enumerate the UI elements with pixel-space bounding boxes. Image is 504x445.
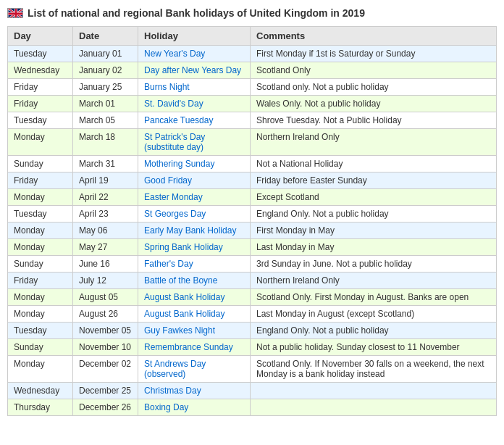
holiday-link[interactable]: Remembrance Sunday <box>144 342 233 352</box>
holiday-link[interactable]: Guy Fawkes Night <box>144 325 215 336</box>
cell-holiday[interactable]: Christmas Day <box>138 383 251 399</box>
table-row: MondayApril 22Easter MondayExcept Scotla… <box>8 189 497 206</box>
cell-holiday[interactable]: Pancake Tuesday <box>138 112 251 129</box>
cell-date: August 26 <box>73 306 138 323</box>
cell-day: Monday <box>8 129 73 156</box>
holiday-link[interactable]: Battle of the Boyne <box>144 275 217 286</box>
holiday-link[interactable]: Day after New Years Day <box>144 65 241 75</box>
cell-comments: Northern Ireland Only <box>251 273 497 289</box>
holiday-link[interactable]: August Bank Holiday <box>144 292 224 302</box>
cell-date: May 27 <box>73 239 138 256</box>
cell-comments: First Monday in May <box>251 222 497 239</box>
cell-comments <box>251 399 497 416</box>
cell-date: January 02 <box>73 62 138 79</box>
cell-comments: Scotland only. Not a public holiday <box>251 79 497 96</box>
holiday-link[interactable]: St Andrews Day (observed) <box>144 359 206 379</box>
cell-holiday[interactable]: Guy Fawkes Night <box>138 323 251 339</box>
cell-comments: Last Monday in August (except Scotland) <box>251 306 497 323</box>
cell-day: Monday <box>8 189 73 206</box>
holiday-link[interactable]: Burns Night <box>144 82 190 92</box>
cell-date: December 25 <box>73 383 138 399</box>
holiday-link[interactable]: St. David's Day <box>144 99 203 109</box>
cell-comments: Northern Ireland Only <box>251 129 497 156</box>
cell-date: April 19 <box>73 172 138 189</box>
table-row: FridayMarch 01St. David's DayWales Only.… <box>8 96 497 112</box>
holiday-link[interactable]: August Bank Holiday <box>144 309 224 319</box>
cell-day: Wednesday <box>8 62 73 79</box>
holiday-link[interactable]: Father's Day <box>144 259 193 269</box>
cell-holiday[interactable]: St Andrews Day (observed) <box>138 356 251 383</box>
cell-day: Tuesday <box>8 112 73 129</box>
cell-date: March 01 <box>73 96 138 112</box>
cell-holiday[interactable]: Mothering Sunday <box>138 156 251 172</box>
cell-holiday[interactable]: Good Friday <box>138 172 251 189</box>
cell-day: Monday <box>8 306 73 323</box>
table-row: TuesdayApril 23St Georges DayEngland Onl… <box>8 206 497 222</box>
holiday-link[interactable]: Early May Bank Holiday <box>144 225 236 236</box>
cell-day: Sunday <box>8 339 73 356</box>
cell-comments: England Only. Not a public holiday <box>251 323 497 339</box>
cell-date: August 05 <box>73 289 138 306</box>
cell-date: December 26 <box>73 399 138 416</box>
holiday-link[interactable]: St Georges Day <box>144 209 206 219</box>
holiday-link[interactable]: Pancake Tuesday <box>144 115 213 125</box>
cell-holiday[interactable]: August Bank Holiday <box>138 289 251 306</box>
cell-day: Monday <box>8 356 73 383</box>
cell-holiday[interactable]: Remembrance Sunday <box>138 339 251 356</box>
col-header-day: Day <box>8 27 73 46</box>
cell-comments: Last Monday in May <box>251 239 497 256</box>
cell-day: Friday <box>8 79 73 96</box>
holiday-link[interactable]: Spring Bank Holiday <box>144 242 223 252</box>
cell-date: March 31 <box>73 156 138 172</box>
cell-day: Sunday <box>8 256 73 273</box>
cell-holiday[interactable]: New Year's Day <box>138 46 251 62</box>
table-row: SundayNovember 10Remembrance SundayNot a… <box>8 339 497 356</box>
table-row: MondayMay 06Early May Bank HolidayFirst … <box>8 222 497 239</box>
cell-holiday[interactable]: Day after New Years Day <box>138 62 251 79</box>
holiday-link[interactable]: Mothering Sunday <box>144 159 214 169</box>
cell-date: November 05 <box>73 323 138 339</box>
cell-holiday[interactable]: August Bank Holiday <box>138 306 251 323</box>
cell-holiday[interactable]: Boxing Day <box>138 399 251 416</box>
cell-holiday[interactable]: Early May Bank Holiday <box>138 222 251 239</box>
holiday-link[interactable]: Good Friday <box>144 175 192 186</box>
table-row: MondayMay 27Spring Bank HolidayLast Mond… <box>8 239 497 256</box>
table-row: TuesdayJanuary 01New Year's DayFirst Mon… <box>8 46 497 62</box>
holiday-link[interactable]: Easter Monday <box>144 192 203 202</box>
holiday-link[interactable]: New Year's Day <box>144 49 205 59</box>
page-title-text: List of national and regional Bank holid… <box>28 7 365 19</box>
cell-holiday[interactable]: St Georges Day <box>138 206 251 222</box>
cell-holiday[interactable]: Spring Bank Holiday <box>138 239 251 256</box>
cell-comments: First Monday if 1st is Saturday or Sunda… <box>251 46 497 62</box>
cell-holiday[interactable]: St Patrick's Day (substitute day) <box>138 129 251 156</box>
cell-holiday[interactable]: Battle of the Boyne <box>138 273 251 289</box>
cell-date: December 02 <box>73 356 138 383</box>
cell-day: Monday <box>8 239 73 256</box>
holiday-link[interactable]: Boxing Day <box>144 402 188 412</box>
table-header-row: Day Date Holiday Comments <box>8 27 497 46</box>
cell-holiday[interactable]: St. David's Day <box>138 96 251 112</box>
cell-day: Wednesday <box>8 383 73 399</box>
cell-comments <box>251 383 497 399</box>
table-row: ThursdayDecember 26Boxing Day <box>8 399 497 416</box>
table-row: FridayJanuary 25Burns NightScotland only… <box>8 79 497 96</box>
cell-day: Tuesday <box>8 323 73 339</box>
cell-date: May 06 <box>73 222 138 239</box>
cell-holiday[interactable]: Easter Monday <box>138 189 251 206</box>
cell-day: Tuesday <box>8 46 73 62</box>
cell-comments: Scotland Only <box>251 62 497 79</box>
cell-day: Monday <box>8 222 73 239</box>
col-header-comments: Comments <box>251 27 497 46</box>
cell-holiday[interactable]: Father's Day <box>138 256 251 273</box>
cell-comments: Not a public holiday. Sunday closest to … <box>251 339 497 356</box>
holiday-link[interactable]: St Patrick's Day (substitute day) <box>144 132 205 152</box>
cell-holiday[interactable]: Burns Night <box>138 79 251 96</box>
holiday-link[interactable]: Christmas Day <box>144 386 201 396</box>
table-row: MondayMarch 18St Patrick's Day (substitu… <box>8 129 497 156</box>
col-header-date: Date <box>73 27 138 46</box>
cell-day: Friday <box>8 273 73 289</box>
cell-day: Monday <box>8 289 73 306</box>
cell-comments: England Only. Not a public holiday <box>251 206 497 222</box>
table-row: SundayMarch 31Mothering SundayNot a Nati… <box>8 156 497 172</box>
cell-date: June 16 <box>73 256 138 273</box>
